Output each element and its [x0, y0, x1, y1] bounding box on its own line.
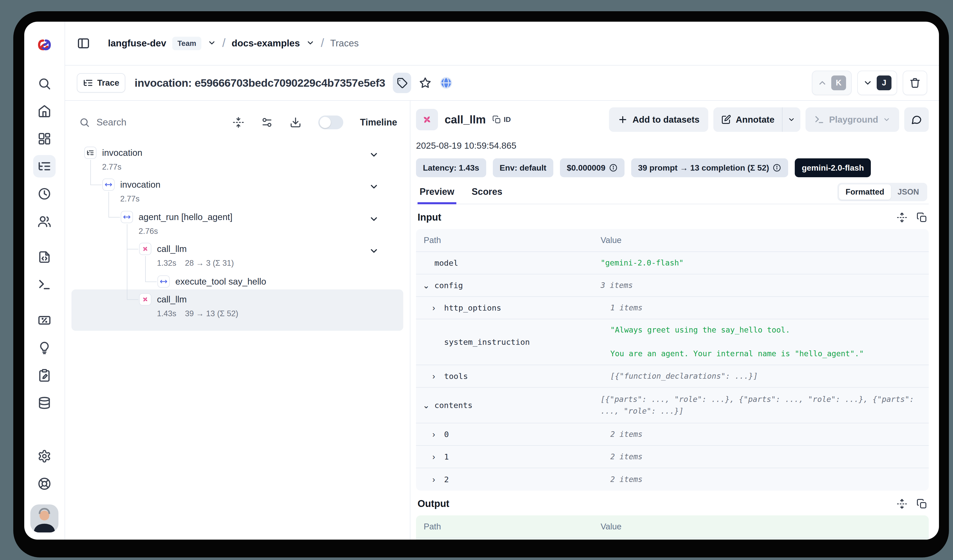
- format-json[interactable]: JSON: [891, 184, 926, 200]
- copy-icon[interactable]: [916, 212, 927, 223]
- annotate-dropdown-button[interactable]: [782, 107, 800, 132]
- expand-icon[interactable]: [897, 212, 907, 223]
- input-section-header: Input: [416, 212, 929, 223]
- collapse-row-icon[interactable]: ⌄: [423, 401, 435, 410]
- trace-badge-label: Trace: [97, 78, 119, 88]
- cost-badge[interactable]: $0.000009: [560, 158, 624, 177]
- output-section-header: Output: [416, 498, 929, 509]
- screenshot-stage: langfuse-dev Team / docs-examples / Trac…: [0, 0, 953, 560]
- tree-node-call-llm-1[interactable]: call_llm 1.32s 28 → 3 (Σ 31): [139, 243, 234, 268]
- format-toggle: Formatted JSON: [837, 183, 927, 201]
- trace-title: invocation: e59666703bedc7090229c4b7357e…: [135, 77, 385, 89]
- tab-preview[interactable]: Preview: [418, 186, 456, 204]
- breadcrumb-env[interactable]: docs-examples: [232, 38, 300, 49]
- langfuse-logo-icon[interactable]: [36, 37, 53, 53]
- tree-node-duration: 1.32s: [157, 258, 176, 268]
- expand-row-icon[interactable]: ›: [432, 452, 444, 462]
- main-column: langfuse-dev Team / docs-examples / Trac…: [65, 22, 939, 540]
- table-row: ›tools [{"function_declarations": ...}]: [416, 365, 929, 388]
- bookmark-star-button[interactable]: [419, 76, 431, 89]
- sidebar-toggle-icon[interactable]: [77, 37, 90, 50]
- comments-button[interactable]: [904, 107, 929, 132]
- rail-support-icon[interactable]: [37, 477, 51, 490]
- table-row: ⌄config 3 items: [416, 274, 929, 297]
- tree-node-invocation-span[interactable]: invocation 2.77s: [102, 178, 160, 204]
- breadcrumb-project[interactable]: langfuse-dev: [108, 38, 166, 49]
- tree-search-input[interactable]: [96, 117, 223, 128]
- expand-row-icon[interactable]: ›: [432, 429, 444, 439]
- breadcrumb-page[interactable]: Traces: [330, 38, 359, 49]
- chevron-down-icon[interactable]: [208, 39, 216, 48]
- rail-settings-icon[interactable]: [37, 449, 51, 463]
- table-header-row: Path Value: [416, 515, 929, 538]
- user-avatar[interactable]: [30, 504, 59, 532]
- search-icon: [79, 117, 90, 128]
- tree-settings-icon[interactable]: [261, 116, 273, 128]
- output-table: Path Value ⌄content 2 items: [416, 515, 929, 540]
- rail-home-icon[interactable]: [37, 104, 51, 118]
- tree-node-invocation[interactable]: invocation 2.77s: [84, 147, 143, 172]
- tree-node-duration: 2.77s: [120, 194, 140, 204]
- chevron-down-icon[interactable]: [306, 39, 315, 48]
- expand-row-icon[interactable]: ›: [432, 303, 444, 312]
- column-value: Value: [601, 515, 929, 538]
- tree-node-label: invocation: [102, 148, 143, 158]
- rail-annotation-icon[interactable]: [37, 368, 51, 382]
- tag-icon: [396, 77, 408, 88]
- rail-scores-icon[interactable]: [37, 313, 51, 327]
- expand-row-icon[interactable]: ›: [432, 475, 444, 484]
- expand-icon[interactable]: [897, 498, 907, 509]
- expand-row-icon[interactable]: ›: [432, 371, 444, 381]
- rail-sessions-icon[interactable]: [37, 187, 51, 201]
- token-usage-badge[interactable]: 39 prompt → 13 completion (Σ 52): [631, 158, 788, 177]
- tree-node-label: call_llm: [157, 244, 187, 254]
- tree-node-label: invocation: [120, 179, 160, 190]
- timeline-toggle[interactable]: [318, 116, 343, 129]
- rail-prompts-icon[interactable]: [37, 250, 51, 264]
- collapse-all-icon[interactable]: [233, 116, 244, 128]
- download-icon[interactable]: [290, 116, 301, 128]
- rail-playground-icon[interactable]: [37, 278, 51, 291]
- format-formatted[interactable]: Formatted: [839, 184, 891, 200]
- tree-node-agent-run[interactable]: agent_run [hello_agent] 2.76s: [121, 211, 233, 236]
- rail-evaluation-icon[interactable]: [37, 341, 51, 355]
- rail-search-icon[interactable]: [37, 77, 51, 91]
- column-path: Path: [416, 517, 601, 536]
- observation-tree-panel: Timeline: [65, 101, 410, 540]
- trace-header: Trace invocation: e59666703bedc7090229c4…: [65, 65, 939, 101]
- rail-datasets-icon[interactable]: [37, 396, 51, 410]
- copy-icon[interactable]: [916, 498, 927, 509]
- collapse-node-icon[interactable]: [369, 246, 379, 256]
- tags-button[interactable]: [393, 73, 411, 93]
- annotate-label: Annotate: [736, 114, 775, 125]
- collapse-node-icon[interactable]: [369, 150, 379, 160]
- rail-users-icon[interactable]: [37, 215, 51, 228]
- annotate-button[interactable]: Annotate: [713, 107, 782, 132]
- globe-icon: [439, 76, 453, 90]
- observation-tree: invocation 2.77s invocation 2.77s: [65, 136, 410, 540]
- previous-trace-button[interactable]: K: [812, 71, 852, 95]
- rail-traces-icon[interactable]: [33, 155, 56, 178]
- playground-button[interactable]: Playground: [806, 107, 899, 132]
- rail-dashboard-icon[interactable]: [37, 132, 51, 145]
- column-path: Path: [416, 231, 601, 250]
- io-scroll-area[interactable]: Input Path Value: [416, 204, 929, 540]
- generation-node-icon: [139, 243, 151, 255]
- star-icon: [419, 76, 431, 89]
- tree-connector: [127, 249, 138, 249]
- icon-rail: [24, 22, 65, 540]
- env-badge: Env: default: [493, 158, 553, 177]
- model-badge[interactable]: gemini-2.0-flash: [795, 158, 871, 177]
- next-trace-button[interactable]: J: [857, 71, 897, 95]
- add-to-datasets-button[interactable]: Add to datasets: [609, 107, 708, 132]
- copy-id-button[interactable]: ID: [492, 115, 511, 124]
- tab-scores[interactable]: Scores: [470, 186, 504, 204]
- collapse-node-icon[interactable]: [369, 182, 379, 192]
- collapse-node-icon[interactable]: [369, 214, 379, 224]
- delete-trace-button[interactable]: [903, 71, 927, 95]
- collapse-row-icon[interactable]: ⌄: [423, 280, 435, 291]
- observation-title: call_llm: [445, 113, 486, 126]
- public-visibility-button[interactable]: [439, 76, 453, 90]
- tree-node-execute-tool[interactable]: execute_tool say_hello: [157, 275, 266, 288]
- tree-node-call-llm-2[interactable]: call_llm 1.43s 39 → 13 (Σ 52): [139, 293, 238, 318]
